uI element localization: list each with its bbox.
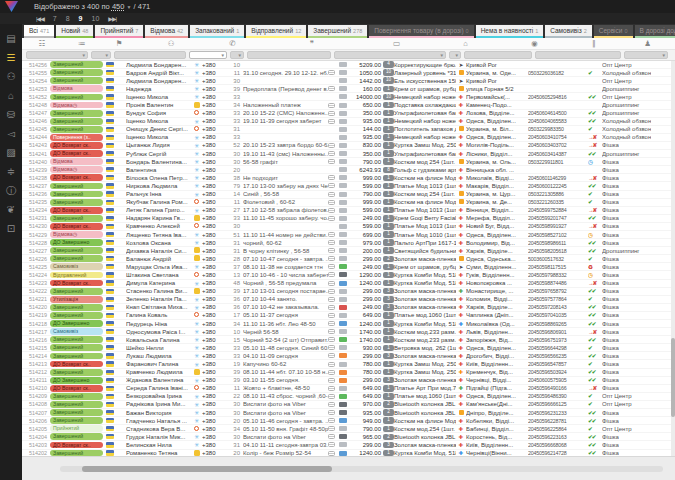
table-row[interactable]: 514254ЗавершенийЛюдмила Бондарен...✳+380… <box>22 77 675 85</box>
ttn-number[interactable]: 20450599752884 <box>528 207 588 213</box>
comment-bubble-icon[interactable] <box>328 272 335 277</box>
table-row[interactable]: 514237ЗавершенийНиркова Людмила✳+3807917… <box>22 182 675 190</box>
ttn-number[interactable]: 0503229911801 <box>528 159 588 165</box>
table-row[interactable]: 514218ДО ЗавершеноПедурець Ніна✳+3803411… <box>22 320 675 328</box>
column-filter-input-2[interactable] <box>114 51 186 59</box>
substatus-column-icon[interactable]: ≔ <box>62 39 102 48</box>
table-row[interactable]: 514213ДО Возврат ск..Фаранович Галина✳+3… <box>22 360 675 368</box>
table-row[interactable]: 514207ЗавершенийБажан Виктория✳+38030Вис… <box>22 409 675 417</box>
phone-number[interactable]: +380 <box>202 280 226 286</box>
vertical-scrollbar[interactable] <box>671 61 675 456</box>
phone-number[interactable]: +380 <box>202 442 226 448</box>
phone-number[interactable]: +380 <box>202 183 226 189</box>
table-row[interactable]: 514212ЗавершенийКравченко Людмила+380390… <box>22 369 675 377</box>
comment-bubble-icon[interactable] <box>328 232 335 237</box>
ttn-number[interactable]: 0503221305886 <box>528 191 588 197</box>
video-icon[interactable]: ⊡ <box>0 219 22 238</box>
ttn-number[interactable]: 0503221260335 <box>528 199 588 205</box>
comment-bubble-icon[interactable] <box>328 70 335 75</box>
comment-bubble-icon[interactable] <box>328 256 335 261</box>
comment-bubble-icon[interactable] <box>328 216 335 221</box>
comment-bubble-icon[interactable] <box>328 329 335 334</box>
phone-number[interactable]: +380 <box>202 199 226 205</box>
phone-number[interactable]: +380 <box>202 272 226 278</box>
phone-number[interactable]: +380 <box>202 304 226 310</box>
filter-dropdown-icon[interactable]: ▼ <box>238 53 242 59</box>
tab-8[interactable]: Нема в наявності1 <box>476 25 544 38</box>
vertical-scroll-thumb[interactable] <box>671 338 675 417</box>
ttn-number[interactable]: 20450596806901 <box>528 329 588 335</box>
phone-number[interactable]: +380 <box>202 191 226 197</box>
phone-number[interactable]: +380 <box>202 321 226 327</box>
ttn-number[interactable]: 20450598986611 <box>528 240 588 246</box>
cart-icon[interactable]: ⛁ <box>0 105 22 124</box>
table-row[interactable]: 514231ЗавершенийНадарян Карина Гв...+380… <box>22 215 675 223</box>
comment-bubble-icon[interactable] <box>328 159 335 164</box>
column-filter-input-9[interactable] <box>535 51 621 59</box>
tab-all[interactable]: Всі471 <box>24 25 54 38</box>
ttn-number[interactable]: 20450598869265 <box>528 321 588 327</box>
comment-bubble-icon[interactable] <box>328 240 335 245</box>
comment-bubble-icon[interactable] <box>328 362 335 367</box>
company-icon[interactable]: ⌂ <box>0 86 22 105</box>
comment-bubble-icon[interactable] <box>328 111 335 116</box>
phone-number[interactable]: +380 <box>202 94 226 100</box>
table-row[interactable]: 514219ЗавершенийГалина Коваль+3801705.10… <box>22 312 675 320</box>
comment-bubble-icon[interactable] <box>328 337 335 342</box>
table-row[interactable]: 514236ЗавершенийРальчук Інна✳+38014Синій… <box>22 191 675 199</box>
phone-number[interactable]: +380 <box>202 353 226 359</box>
ttn-number[interactable]: 20450596228781 <box>528 418 588 424</box>
comment-bubble-icon[interactable] <box>328 289 335 294</box>
tab-3[interactable]: Відмова42 <box>145 25 188 38</box>
source-column-icon[interactable]: ♟ <box>620 39 675 48</box>
comment-bubble-icon[interactable] <box>328 402 335 407</box>
table-row[interactable]: 514239Відмова◷Валентина✳+380206243.938Го… <box>22 166 675 174</box>
phone-number[interactable]: +380 <box>202 232 226 238</box>
filter-dropdown-icon[interactable]: ▼ <box>662 53 666 59</box>
comment-bubble-icon[interactable] <box>328 297 335 302</box>
ttn-number[interactable]: 20450599201747 <box>528 215 588 221</box>
ttn-number[interactable]: 20450601146299 <box>528 175 588 181</box>
ttn-number[interactable]: 20450598874486 <box>528 280 588 286</box>
comment-bubble-icon[interactable] <box>328 208 335 213</box>
phone-number[interactable]: +380 <box>202 410 226 416</box>
table-row[interactable]: 514214ЗавершенийЛукаш Людмила✳+3803304.1… <box>22 352 675 360</box>
comment-bubble-icon[interactable] <box>328 418 335 423</box>
table-row[interactable]: 514222ЗавершенийСтасенко Галина Ви...+38… <box>22 288 675 296</box>
column-filter-input-0[interactable]: ▼ <box>26 51 88 59</box>
table-row[interactable]: 514216ЗавершенийКовальська Галина✳+38015… <box>22 336 675 344</box>
ttn-number[interactable]: 20450603410754 <box>528 134 588 140</box>
phone-number[interactable]: +380 <box>202 361 226 367</box>
tab-2[interactable]: Прийнятий7 <box>95 25 143 38</box>
table-row[interactable]: 514223ДО Возврат ск..Димула Катерина✳+38… <box>22 280 675 288</box>
range-caret-icon[interactable]: ▼ <box>127 4 132 10</box>
comment-bubble-icon[interactable] <box>328 103 335 108</box>
phone-number[interactable]: +380 <box>202 312 226 318</box>
phone-number[interactable]: +380 <box>202 118 226 124</box>
filter-dropdown-icon[interactable]: ▼ <box>221 53 225 59</box>
comment-bubble-icon[interactable] <box>328 410 335 415</box>
comment-bubble-icon[interactable] <box>328 175 335 180</box>
phone-number[interactable]: +380 <box>202 134 226 140</box>
comment-bubble-icon[interactable] <box>328 394 335 399</box>
comment-bubble-icon[interactable] <box>328 451 335 456</box>
phone-number[interactable]: +380 <box>202 142 226 148</box>
ttn-number[interactable]: 5003600517632 <box>528 256 588 262</box>
phone-number[interactable]: +380 <box>202 256 226 262</box>
phone-number[interactable]: +380 <box>202 393 226 399</box>
comment-bubble-icon[interactable] <box>328 434 335 439</box>
table-row[interactable]: 514244Повернення (з..Іщенко Микола✳+3803… <box>22 134 675 142</box>
comment-bubble-icon[interactable] <box>328 370 335 375</box>
ttn-number[interactable]: 20450603403702 <box>528 142 588 148</box>
table-row[interactable]: 514209ЗавершенийБезкоровайна Ірина✳+3802… <box>22 393 675 401</box>
filter-dropdown-icon[interactable]: ▼ <box>455 53 459 59</box>
delivery-column-icon[interactable]: ◉ <box>501 39 567 48</box>
app-logo-icon[interactable] <box>5 1 18 12</box>
table-row[interactable]: 514234ДО Возврат ск..Летяк Галина Григо.… <box>22 207 675 215</box>
table-row[interactable]: 514217СамовивізОдносумова Раіса І...✳+38… <box>22 328 675 336</box>
table-row[interactable]: 514252ЗавершенийІщенко Микола✳+380331400… <box>22 93 675 101</box>
table-row[interactable]: 514247ЗавершенийБундук София+3803320.10 … <box>22 110 675 118</box>
column-filter-input-8[interactable] <box>464 51 532 59</box>
ttn-number[interactable]: 20450596751973 <box>528 337 588 343</box>
partners-icon[interactable]: ❦ <box>0 200 22 219</box>
